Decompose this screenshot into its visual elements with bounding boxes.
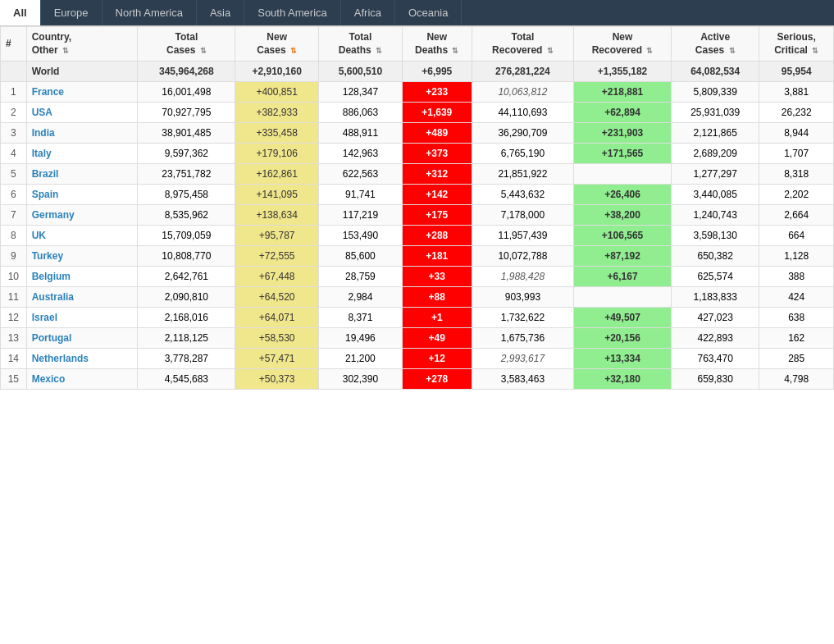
country-link[interactable]: Turkey	[32, 250, 63, 262]
country-link[interactable]: UK	[32, 230, 46, 241]
row-new-cases: +72,555	[235, 246, 319, 267]
row-country[interactable]: Belgium	[26, 267, 138, 287]
world-total-cases: 345,964,268	[138, 62, 235, 82]
col-total-deaths[interactable]: TotalDeaths ⇅	[319, 27, 403, 62]
table-row: 6Spain8,975,458+141,09591,741+1425,443,6…	[1, 185, 834, 205]
row-country[interactable]: Netherlands	[26, 349, 138, 369]
row-new-recovered: +13,334	[574, 349, 672, 369]
world-new-recovered: +1,355,182	[574, 62, 672, 82]
table-header-row: # Country,Other ⇅ TotalCases ⇅ NewCases …	[1, 27, 834, 62]
col-total-cases[interactable]: TotalCases ⇅	[138, 27, 235, 62]
row-new-recovered	[574, 164, 672, 185]
col-num[interactable]: #	[1, 27, 27, 62]
row-total-deaths: 886,063	[319, 103, 403, 123]
row-total-cases: 15,709,059	[138, 226, 235, 246]
col-active-cases[interactable]: ActiveCases ⇅	[671, 27, 759, 62]
table-row: 10Belgium2,642,761+67,44828,759+331,988,…	[1, 267, 834, 287]
tab-bar: All Europe North America Asia South Amer…	[0, 0, 834, 26]
world-serious: 95,954	[759, 62, 834, 82]
row-serious: 2,202	[759, 185, 834, 205]
row-country[interactable]: Brazil	[26, 164, 138, 185]
row-new-deaths: +88	[402, 287, 472, 308]
row-new-deaths: +233	[402, 82, 472, 103]
row-total-recovered: 10,072,788	[472, 246, 573, 267]
tab-north-america[interactable]: North America	[103, 0, 197, 25]
country-link[interactable]: India	[32, 127, 55, 139]
row-country[interactable]: Israel	[26, 308, 138, 328]
country-link[interactable]: Spain	[32, 189, 59, 200]
row-country[interactable]: France	[26, 82, 138, 103]
row-total-cases: 70,927,795	[138, 103, 235, 123]
row-country[interactable]: Mexico	[26, 369, 138, 390]
tab-asia[interactable]: Asia	[197, 0, 244, 25]
col-serious[interactable]: Serious,Critical ⇅	[759, 27, 834, 62]
col-new-recovered[interactable]: NewRecovered ⇅	[574, 27, 672, 62]
row-new-deaths: +181	[402, 246, 472, 267]
row-total-recovered: 11,957,439	[472, 226, 573, 246]
row-serious: 4,798	[759, 369, 834, 390]
row-serious: 8,944	[759, 123, 834, 144]
row-total-recovered: 3,583,463	[472, 369, 573, 390]
row-new-recovered: +62,894	[574, 103, 672, 123]
row-serious: 638	[759, 308, 834, 328]
col-country[interactable]: Country,Other ⇅	[26, 27, 138, 62]
col-new-deaths[interactable]: NewDeaths ⇅	[402, 27, 472, 62]
row-total-recovered: 7,178,000	[472, 205, 573, 226]
row-active-cases: 3,598,130	[671, 226, 759, 246]
row-country[interactable]: USA	[26, 103, 138, 123]
country-link[interactable]: Australia	[32, 291, 74, 303]
country-link[interactable]: Germany	[32, 209, 75, 221]
country-link[interactable]: Italy	[32, 148, 52, 159]
row-new-deaths: +49	[402, 328, 472, 349]
tab-africa[interactable]: Africa	[341, 0, 395, 25]
row-total-cases: 4,545,683	[138, 369, 235, 390]
row-country[interactable]: Australia	[26, 287, 138, 308]
row-serious: 26,232	[759, 103, 834, 123]
row-new-deaths: +12	[402, 349, 472, 369]
row-total-deaths: 19,496	[319, 328, 403, 349]
country-link[interactable]: Portugal	[32, 332, 72, 344]
row-new-recovered: +106,565	[574, 226, 672, 246]
tab-south-america[interactable]: South America	[244, 0, 341, 25]
country-link[interactable]: USA	[32, 107, 52, 118]
world-new-cases: +2,910,160	[235, 62, 319, 82]
row-num: 5	[1, 164, 27, 185]
row-new-deaths: +278	[402, 369, 472, 390]
row-country[interactable]: Spain	[26, 185, 138, 205]
row-country[interactable]: UK	[26, 226, 138, 246]
row-new-recovered: +231,903	[574, 123, 672, 144]
covid-table: # Country,Other ⇅ TotalCases ⇅ NewCases …	[0, 26, 834, 390]
row-total-cases: 10,808,770	[138, 246, 235, 267]
row-country[interactable]: Germany	[26, 205, 138, 226]
row-num: 1	[1, 82, 27, 103]
country-link[interactable]: Brazil	[32, 168, 59, 180]
row-active-cases: 1,240,743	[671, 205, 759, 226]
tab-oceania[interactable]: Oceania	[395, 0, 462, 25]
country-link[interactable]: Netherlands	[32, 353, 89, 364]
tab-all[interactable]: All	[0, 0, 41, 25]
row-serious: 162	[759, 328, 834, 349]
row-total-deaths: 117,219	[319, 205, 403, 226]
row-country[interactable]: Portugal	[26, 328, 138, 349]
country-link[interactable]: France	[32, 86, 64, 98]
country-link[interactable]: Mexico	[32, 373, 66, 385]
row-total-recovered: 6,765,190	[472, 144, 573, 164]
row-total-deaths: 85,600	[319, 246, 403, 267]
row-new-recovered: +87,192	[574, 246, 672, 267]
row-active-cases: 763,470	[671, 349, 759, 369]
row-new-recovered: +6,167	[574, 267, 672, 287]
row-num: 8	[1, 226, 27, 246]
row-new-cases: +50,373	[235, 369, 319, 390]
row-country[interactable]: India	[26, 123, 138, 144]
row-new-deaths: +489	[402, 123, 472, 144]
row-total-recovered: 5,443,632	[472, 185, 573, 205]
row-total-deaths: 153,490	[319, 226, 403, 246]
table-row: 9Turkey10,808,770+72,55585,600+18110,072…	[1, 246, 834, 267]
col-new-cases[interactable]: NewCases ⇅	[235, 27, 319, 62]
country-link[interactable]: Israel	[32, 312, 57, 323]
col-total-recovered[interactable]: TotalRecovered ⇅	[472, 27, 573, 62]
tab-europe[interactable]: Europe	[41, 0, 103, 25]
row-country[interactable]: Italy	[26, 144, 138, 164]
row-country[interactable]: Turkey	[26, 246, 138, 267]
country-link[interactable]: Belgium	[32, 271, 71, 282]
